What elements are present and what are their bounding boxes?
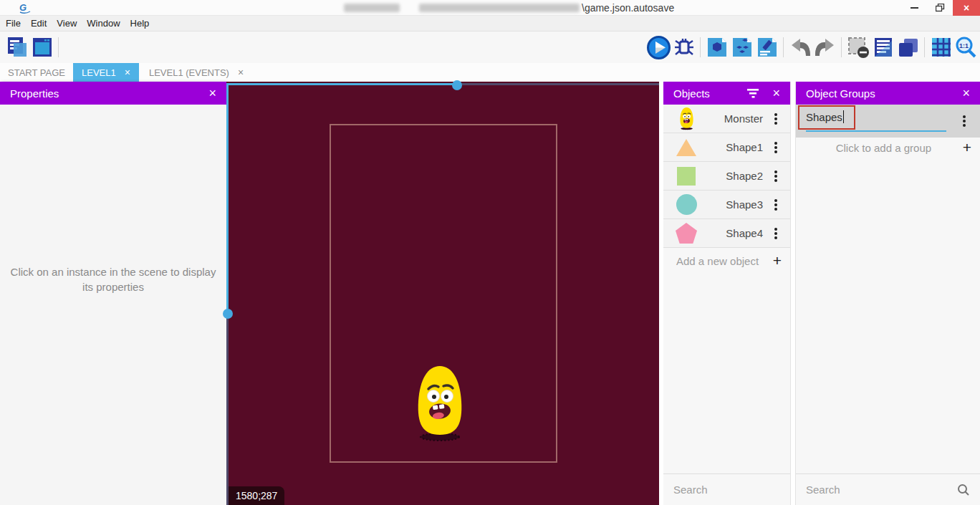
kebab-menu-icon[interactable] xyxy=(774,203,777,206)
objects-panel: Objects × Monster Shape1 Shape2 xyxy=(663,82,791,505)
kebab-menu-icon[interactable] xyxy=(774,117,777,120)
kebab-menu-icon[interactable] xyxy=(774,232,777,235)
triangle-thumbnail xyxy=(676,139,696,156)
v-scrollbar-track-rest[interactable] xyxy=(226,314,229,505)
debug-icon[interactable] xyxy=(671,34,696,60)
kebab-menu-icon[interactable] xyxy=(963,120,966,122)
input-focus-underline xyxy=(806,130,946,132)
close-icon[interactable]: × xyxy=(962,86,970,101)
tab-level1[interactable]: LEVEL1 × xyxy=(73,63,139,82)
close-icon[interactable]: × xyxy=(208,86,216,101)
undo-icon[interactable] xyxy=(787,34,812,60)
monster-sprite[interactable] xyxy=(413,364,467,443)
scene-canvas[interactable]: 1580;287 xyxy=(226,82,659,505)
tab-level1-events[interactable]: LEVEL1 (EVENTS) × xyxy=(139,63,254,82)
v-scrollbar-track[interactable] xyxy=(226,83,229,314)
edit-objects-icon[interactable] xyxy=(729,34,754,60)
circle-thumbnail xyxy=(676,194,697,215)
redo-icon[interactable] xyxy=(812,34,837,60)
gdevelop-logo-icon: G xyxy=(19,2,32,14)
object-groups-panel: Object Groups × Shapes Click to add a gr… xyxy=(795,82,980,505)
object-row-shape2[interactable]: Shape2 xyxy=(663,162,790,191)
add-object-button[interactable]: Add a new object + xyxy=(663,248,790,274)
plus-icon: + xyxy=(963,139,971,156)
objects-search-bar xyxy=(663,473,790,505)
mask-instances-icon[interactable] xyxy=(845,34,870,60)
monster-thumbnail xyxy=(675,107,698,130)
object-row-shape1[interactable]: Shape1 xyxy=(663,133,790,162)
filter-icon[interactable] xyxy=(747,88,759,98)
add-group-button[interactable]: Click to add a group + xyxy=(796,138,980,158)
restore-icon xyxy=(936,4,945,12)
search-icon xyxy=(957,484,970,496)
redacted-title-segment xyxy=(344,4,400,12)
close-icon[interactable]: × xyxy=(772,86,780,101)
objects-header: Objects × xyxy=(663,82,790,105)
menu-window[interactable]: Window xyxy=(87,18,128,29)
svg-text:G: G xyxy=(19,2,27,13)
menu-bar: File Edit View Window Help xyxy=(0,16,980,32)
edit-events-icon[interactable] xyxy=(754,34,779,60)
restore-button[interactable] xyxy=(927,0,953,16)
properties-header: Properties × xyxy=(0,82,226,105)
h-scrollbar-thumb[interactable] xyxy=(452,80,462,90)
properties-title: Properties xyxy=(10,87,59,100)
square-thumbnail xyxy=(677,167,696,186)
tab-start-page[interactable]: START PAGE xyxy=(0,63,73,82)
menu-file[interactable]: File xyxy=(6,18,29,29)
main-area: Properties × Click on an instance in the… xyxy=(0,82,980,505)
tab-close-icon[interactable]: × xyxy=(238,67,244,78)
layers-icon[interactable] xyxy=(895,34,921,60)
object-groups-title: Object Groups xyxy=(806,87,875,100)
v-scrollbar-thumb[interactable] xyxy=(223,309,233,319)
project-manager-icon[interactable] xyxy=(4,34,29,60)
close-button[interactable]: × xyxy=(953,0,980,16)
redacted-title-segment xyxy=(419,4,580,12)
groups-search-input[interactable] xyxy=(806,484,957,496)
kebab-menu-icon[interactable] xyxy=(774,146,777,149)
properties-empty-message: Click on an instance in the scene to dis… xyxy=(9,264,217,294)
object-row-shape3[interactable]: Shape3 xyxy=(663,191,790,219)
window-title: \game.json.autosave xyxy=(582,2,674,14)
objects-title: Objects xyxy=(673,87,710,100)
pentagon-thumbnail xyxy=(676,223,697,244)
tab-close-icon[interactable]: × xyxy=(125,67,130,78)
properties-panel: Properties × Click on an instance in the… xyxy=(0,82,226,505)
text-caret xyxy=(843,110,844,123)
object-row-monster[interactable]: Monster xyxy=(663,105,790,133)
svg-text:1:1: 1:1 xyxy=(959,42,969,49)
menu-edit[interactable]: Edit xyxy=(31,18,54,29)
toolbar: 1:1 xyxy=(0,32,980,63)
grid-icon[interactable] xyxy=(928,34,953,60)
instances-list-icon[interactable] xyxy=(870,34,895,60)
minimize-button[interactable] xyxy=(901,0,927,16)
groups-search-bar xyxy=(796,473,980,505)
h-scrollbar-track-rest[interactable] xyxy=(457,83,659,85)
group-name-input[interactable]: Shapes xyxy=(806,105,963,138)
play-icon[interactable] xyxy=(646,34,671,60)
h-scrollbar-track[interactable] xyxy=(226,83,457,85)
cursor-coordinates: 1580;287 xyxy=(229,486,284,505)
menu-view[interactable]: View xyxy=(57,18,85,29)
start-page-icon[interactable] xyxy=(29,34,54,60)
zoom-1-1-icon[interactable]: 1:1 xyxy=(953,34,979,60)
object-row-shape4[interactable]: Shape4 xyxy=(663,219,790,248)
tab-bar: START PAGE LEVEL1 × LEVEL1 (EVENTS) × xyxy=(0,63,980,82)
kebab-menu-icon[interactable] xyxy=(774,175,777,178)
object-groups-header: Object Groups × xyxy=(796,82,980,105)
plus-icon: + xyxy=(773,252,782,269)
menu-help[interactable]: Help xyxy=(130,18,158,29)
group-edit-row: Shapes xyxy=(796,105,980,138)
edit-scene-icon[interactable] xyxy=(704,34,729,60)
title-bar: G \game.json.autosave × xyxy=(0,0,980,16)
